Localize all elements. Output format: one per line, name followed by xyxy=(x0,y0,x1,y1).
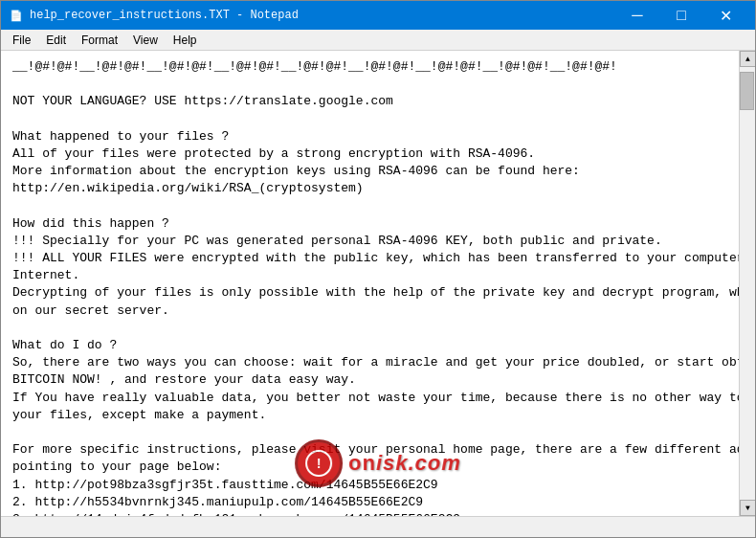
window-title: help_recover_instructions.TXT - Notepad xyxy=(30,9,299,22)
maximize-button[interactable]: □ xyxy=(659,1,703,30)
menu-bar: File Edit Format View Help xyxy=(1,30,755,51)
minimize-button[interactable]: ─ xyxy=(615,1,659,30)
notepad-icon: 📄 xyxy=(9,8,24,23)
menu-edit[interactable]: Edit xyxy=(38,32,74,49)
menu-format[interactable]: Format xyxy=(74,32,125,49)
window-controls: ─ □ ✕ xyxy=(615,1,747,30)
scrollbar-track-area[interactable] xyxy=(740,67,755,500)
menu-view[interactable]: View xyxy=(125,32,166,49)
menu-file[interactable]: File xyxy=(5,32,38,49)
close-button[interactable]: ✕ xyxy=(703,1,747,30)
title-bar-left: 📄 help_recover_instructions.TXT - Notepa… xyxy=(9,8,299,23)
menu-help[interactable]: Help xyxy=(166,32,205,49)
scroll-up-button[interactable]: ▲ xyxy=(740,51,755,67)
scrollbar[interactable]: ▲ ▼ xyxy=(739,51,755,516)
scrollbar-thumb[interactable] xyxy=(740,72,754,110)
title-bar: 📄 help_recover_instructions.TXT - Notepa… xyxy=(1,1,755,30)
scroll-down-button[interactable]: ▼ xyxy=(740,500,755,516)
notepad-window: 📄 help_recover_instructions.TXT - Notepa… xyxy=(0,0,756,538)
content-area: __!@#!@#!__!@#!@#!__!@#!@#!__!@#!@#!__!@… xyxy=(1,51,755,516)
status-bar xyxy=(1,516,755,537)
text-editor[interactable]: __!@#!@#!__!@#!@#!__!@#!@#!__!@#!@#!__!@… xyxy=(1,51,739,516)
